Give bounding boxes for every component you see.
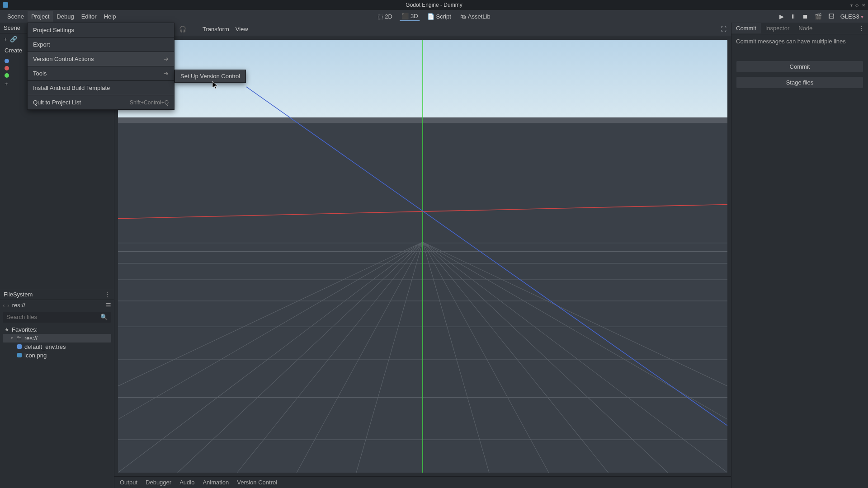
filesystem-panel: FileSystem ⋮ ‹ › res:// ☰ 🔍 ★Favorites: … bbox=[0, 289, 114, 488]
plus-icon: + bbox=[5, 80, 8, 87]
vcs-submenu: Set Up Version Control bbox=[175, 70, 246, 83]
transform-menu[interactable]: Transform bbox=[203, 26, 229, 33]
window-titlebar: Godot Engine - Dummy ▾ ◇ ✕ bbox=[0, 0, 868, 10]
listener-tool-icon[interactable]: 🎧 bbox=[179, 26, 186, 33]
panel-menu-icon[interactable]: ⋮ bbox=[855, 25, 868, 32]
star-icon: ★ bbox=[5, 327, 9, 333]
menu-quit-project-list[interactable]: Quit to Project ListShift+Control+Q bbox=[28, 95, 174, 109]
window-controls: ▾ ◇ ✕ bbox=[850, 3, 865, 8]
menu-version-control-actions[interactable]: Version Control Actions➔ bbox=[28, 52, 174, 66]
play-button[interactable]: ▶ bbox=[779, 13, 784, 20]
file-row-env[interactable]: default_env.tres bbox=[3, 343, 111, 351]
script-icon: 📄 bbox=[427, 13, 434, 20]
chevron-right-icon: ➔ bbox=[164, 56, 169, 62]
playback-controls: ▶ ⏸ ⏹ 🎬 🎞 GLES3 ▾ bbox=[779, 13, 863, 20]
submenu-setup-version-control[interactable]: Set Up Version Control bbox=[175, 70, 245, 82]
workspace-2d[interactable]: ⬚2D bbox=[376, 12, 394, 21]
commit-button[interactable]: Commit bbox=[736, 61, 863, 73]
viewport-toolbar: ▭ 🔒 ⊞ 📷 🎧 Transform View ⛶ bbox=[114, 23, 731, 36]
folder-icon: 🗀 bbox=[16, 335, 22, 342]
maximize-icon[interactable]: ◇ bbox=[855, 3, 859, 8]
renderer-label[interactable]: GLES3 ▾ bbox=[840, 13, 863, 20]
expand-viewport-icon[interactable]: ⛶ bbox=[721, 26, 726, 33]
menu-debug[interactable]: Debug bbox=[53, 11, 77, 22]
image-icon bbox=[17, 353, 22, 357]
favorites-row[interactable]: ★Favorites: bbox=[3, 325, 111, 334]
stage-files-button[interactable]: Stage files bbox=[736, 76, 863, 89]
node2d-icon bbox=[5, 59, 9, 63]
link-icon[interactable]: 🔗 bbox=[10, 36, 17, 42]
menu-export[interactable]: Export bbox=[28, 38, 174, 52]
menu-editor[interactable]: Editor bbox=[78, 11, 100, 22]
view-menu[interactable]: View bbox=[236, 26, 248, 33]
workspace-script[interactable]: 📄Script bbox=[425, 12, 453, 21]
bottom-version-control[interactable]: Version Control bbox=[237, 479, 277, 486]
assetlib-icon: 🛍 bbox=[460, 13, 466, 20]
tab-commit[interactable]: Commit bbox=[731, 23, 761, 33]
search-icon: 🔍 bbox=[100, 314, 108, 320]
menu-project-settings[interactable]: Project Settings bbox=[28, 23, 174, 37]
root-folder-row[interactable]: ▾🗀res:// bbox=[3, 334, 111, 343]
workspace-3d[interactable]: ⬛3D bbox=[400, 12, 420, 21]
chevron-down-icon: ▾ bbox=[11, 336, 13, 340]
search-input[interactable] bbox=[6, 314, 100, 320]
current-path[interactable]: res:// bbox=[12, 302, 103, 309]
right-dock: Commit Inspector Node ⋮ Commit messages … bbox=[731, 23, 868, 488]
control-icon bbox=[5, 73, 9, 78]
godot-logo-icon bbox=[3, 2, 8, 8]
project-menu-dropdown: Project Settings Export Version Control … bbox=[27, 23, 175, 110]
close-icon[interactable]: ✕ bbox=[862, 3, 865, 8]
3d-viewport[interactable] bbox=[114, 36, 731, 476]
file-row-icon[interactable]: icon.png bbox=[3, 351, 111, 360]
bottom-panel-tabs: Output Debugger Audio Animation Version … bbox=[114, 476, 731, 488]
play-custom-button[interactable]: 🎞 bbox=[828, 13, 834, 20]
bottom-animation[interactable]: Animation bbox=[203, 479, 229, 486]
menu-tools[interactable]: Tools➔ bbox=[28, 66, 174, 80]
nav-forward-icon[interactable]: › bbox=[7, 302, 9, 309]
2d-icon: ⬚ bbox=[377, 13, 383, 20]
menu-help[interactable]: Help bbox=[100, 11, 120, 22]
bottom-debugger[interactable]: Debugger bbox=[146, 479, 171, 486]
menu-project[interactable]: Project bbox=[28, 11, 53, 22]
window-title: Godot Engine - Dummy bbox=[406, 2, 462, 8]
add-node-icon[interactable]: + bbox=[4, 36, 7, 42]
filesystem-search[interactable]: 🔍 bbox=[3, 312, 111, 323]
panel-menu-icon[interactable]: ⋮ bbox=[104, 291, 110, 298]
workspace-assetlib[interactable]: 🛍AssetLib bbox=[458, 12, 492, 21]
menu-scene[interactable]: Scene bbox=[4, 11, 28, 22]
pause-button[interactable]: ⏸ bbox=[790, 13, 796, 20]
nav-back-icon[interactable]: ‹ bbox=[3, 302, 5, 309]
menu-bar: Scene Project Debug Editor Help ⬚2D ⬛3D … bbox=[0, 10, 868, 23]
3d-icon: ⬛ bbox=[401, 13, 409, 19]
commit-message-input[interactable]: Commit messages can have multiple lines bbox=[736, 38, 863, 57]
filesystem-title: FileSystem bbox=[4, 291, 33, 298]
spatial-icon bbox=[5, 66, 9, 70]
chevron-right-icon: ➔ bbox=[164, 70, 169, 77]
menu-install-android[interactable]: Install Android Build Template bbox=[28, 81, 174, 95]
minimize-icon[interactable]: ▾ bbox=[850, 3, 853, 8]
scene-panel-title: Scene bbox=[4, 24, 20, 31]
play-scene-button[interactable]: 🎬 bbox=[815, 13, 822, 20]
bottom-audio[interactable]: Audio bbox=[179, 479, 194, 486]
bottom-output[interactable]: Output bbox=[120, 479, 137, 486]
tab-inspector[interactable]: Inspector bbox=[761, 23, 794, 33]
stop-button[interactable]: ⏹ bbox=[802, 13, 808, 20]
workspace-switcher: ⬚2D ⬛3D 📄Script 🛍AssetLib bbox=[376, 12, 492, 21]
tres-icon bbox=[17, 344, 22, 349]
tab-node[interactable]: Node bbox=[794, 23, 817, 33]
center-area: ▭ 🔒 ⊞ 📷 🎧 Transform View ⛶ bbox=[114, 23, 731, 488]
view-mode-icon[interactable]: ☰ bbox=[106, 302, 111, 309]
